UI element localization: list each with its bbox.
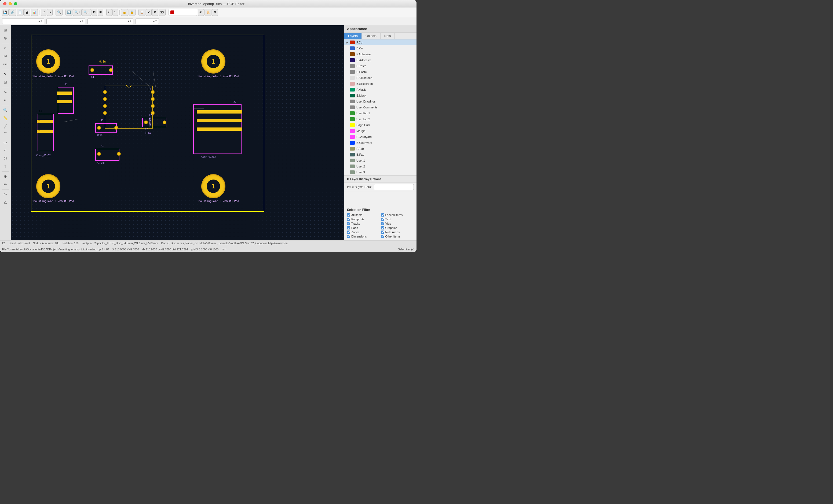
layer-item-udrawings[interactable]: ▶ User.Drawings bbox=[344, 98, 416, 104]
layer-item-bcu[interactable]: ▶ B.Cu bbox=[344, 45, 416, 51]
layer-item-user3[interactable]: ▶ User.3 bbox=[344, 169, 416, 175]
layer-item-bmask[interactable]: ▶ B.Mask bbox=[344, 93, 416, 98]
layer-item-fpaste[interactable]: ▶ F.Paste bbox=[344, 63, 416, 69]
layer-selector[interactable]: F.Cu (PgUp) ▼ bbox=[169, 9, 197, 16]
filter-checkbox-text[interactable] bbox=[381, 218, 384, 221]
layer-item-fadhesive[interactable]: ▶ F.Adhesive bbox=[344, 51, 416, 57]
layer-name-ueco1: User.Eco1 bbox=[356, 112, 414, 115]
cursor-mode-btn[interactable]: ↖ bbox=[1, 70, 10, 78]
layer-item-ffab[interactable]: ▶ F.Fab bbox=[344, 146, 416, 152]
zoom-out-button[interactable]: 🔍− bbox=[82, 9, 91, 16]
layer-item-user1[interactable]: ▶ User.1 bbox=[344, 158, 416, 164]
layer-name-ueco2: User.Eco2 bbox=[356, 118, 414, 121]
filter-checkbox-pads[interactable] bbox=[347, 226, 350, 230]
zoom-select[interactable]: Zoom Auto ▲▼ bbox=[136, 18, 159, 24]
settings-button[interactable]: ⚙ bbox=[212, 9, 218, 16]
print-button[interactable]: 🖨 bbox=[24, 9, 30, 16]
layer-item-fcrtyd[interactable]: ▶ F.Courtyard bbox=[344, 134, 416, 140]
presets-select[interactable]: All Layers ▼ bbox=[374, 184, 414, 190]
layer-item-fmask[interactable]: ▶ F.Mask bbox=[344, 87, 416, 93]
layer-item-ueco2[interactable]: ▶ User.Eco2 bbox=[344, 116, 416, 122]
layer-item-ucomments[interactable]: ▶ User.Comments bbox=[344, 104, 416, 110]
track-width-select[interactable]: Track: use netclass width ▲▼ bbox=[2, 18, 44, 24]
in-unit-btn[interactable]: in bbox=[1, 44, 10, 52]
filter-checkbox-otheritems[interactable] bbox=[381, 235, 384, 238]
undo2-button[interactable]: ↩ bbox=[106, 9, 112, 16]
j2-pin1 bbox=[197, 110, 242, 114]
close-button[interactable] bbox=[3, 2, 6, 5]
layer-item-bsilk[interactable]: ▶ B.Silkscreen bbox=[344, 81, 416, 87]
tab-objects[interactable]: Objects bbox=[362, 33, 381, 39]
tab-layers[interactable]: Layers bbox=[344, 33, 362, 39]
filter-checkbox-footprints[interactable] bbox=[347, 218, 350, 221]
polar-btn[interactable]: ⊕ bbox=[1, 34, 10, 42]
undo-button[interactable]: ↩ bbox=[41, 9, 46, 16]
mil-unit-btn[interactable]: mil bbox=[1, 52, 10, 60]
mm-unit-btn[interactable]: mm bbox=[1, 61, 10, 68]
redo-button[interactable]: ↪ bbox=[47, 9, 53, 16]
draw-circle-btn[interactable]: ○ bbox=[1, 146, 10, 154]
redo2-button[interactable]: ↪ bbox=[113, 9, 118, 16]
filter-checkbox-zones[interactable] bbox=[347, 231, 350, 234]
layer-name-bfab: B.Fab bbox=[356, 153, 414, 156]
zoom-area-button[interactable]: ⊞ bbox=[98, 9, 103, 16]
draw-line-btn[interactable]: ╱ bbox=[1, 122, 10, 130]
lock-button[interactable]: 🔒 bbox=[121, 9, 128, 16]
plot-button[interactable]: 📊 bbox=[31, 9, 38, 16]
drc-button[interactable]: ✓ bbox=[146, 9, 152, 16]
refresh-button[interactable]: 🔄 bbox=[66, 9, 72, 16]
page-settings-button[interactable]: 📄 bbox=[17, 9, 24, 16]
search-button[interactable]: 🔍 bbox=[55, 9, 63, 16]
diff-route-btn[interactable]: ≈ bbox=[1, 96, 10, 104]
filter-checkbox-locked[interactable] bbox=[381, 213, 384, 217]
inspect-button[interactable]: 👁 bbox=[198, 9, 204, 16]
draw-poly-btn[interactable]: ⬡ bbox=[1, 154, 10, 162]
maximize-button[interactable] bbox=[14, 2, 17, 5]
route-btn[interactable]: ∿ bbox=[1, 88, 10, 96]
filter-checkbox-vias[interactable] bbox=[381, 222, 384, 225]
unlock-button[interactable]: 🔓 bbox=[128, 9, 136, 16]
script-button[interactable]: 📜 bbox=[205, 9, 212, 16]
filter-checkbox-tracks[interactable] bbox=[347, 222, 350, 225]
layer-item-bfab[interactable]: ▶ B.Fab bbox=[344, 152, 416, 158]
add-text-btn[interactable]: T bbox=[1, 163, 10, 170]
layer-item-user2[interactable]: ▶ User.2 bbox=[344, 164, 416, 169]
u1-pin1-indicator bbox=[126, 85, 132, 88]
zoom-fit-button[interactable]: ⊡ bbox=[92, 9, 97, 16]
layer-item-fcu[interactable]: ▶ F.Cu bbox=[344, 40, 416, 45]
zoom-in-button[interactable]: 🔍+ bbox=[73, 9, 81, 16]
layer-item-fsilk[interactable]: ▶ F.Silkscreen bbox=[344, 75, 416, 81]
edit-fp-btn[interactable]: ✏ bbox=[1, 181, 10, 188]
netlist2-button[interactable]: 📋 bbox=[139, 9, 145, 16]
3d-button[interactable]: 3D bbox=[159, 9, 166, 16]
footprint-button[interactable]: ⚙ bbox=[152, 9, 158, 16]
via-size-select[interactable]: Via: use netclass sizes ▲▼ bbox=[46, 18, 85, 24]
draw-arc-btn[interactable]: ⌒ bbox=[1, 130, 10, 138]
filter-checkbox-dimensions[interactable] bbox=[347, 235, 350, 238]
save-button[interactable]: 💾 bbox=[2, 9, 8, 16]
layer-item-bpaste[interactable]: ▶ B.Paste bbox=[344, 69, 416, 75]
add-footprint-btn[interactable]: ⊕ bbox=[1, 172, 10, 180]
drc2-btn[interactable]: ⚠ bbox=[1, 199, 10, 206]
layer-item-edgecuts[interactable]: ▶ Edge.Cuts bbox=[344, 122, 416, 128]
layer-display-options-header[interactable]: ▶ Layer Display Options bbox=[344, 175, 416, 183]
inspect2-btn[interactable]: 🔍 bbox=[1, 106, 10, 114]
layer-item-bcrtyd[interactable]: ▶ B.Courtyard bbox=[344, 140, 416, 146]
tab-nets[interactable]: Nets bbox=[381, 33, 395, 39]
minimize-button[interactable] bbox=[8, 2, 12, 5]
filter-checkbox-graphics[interactable] bbox=[381, 226, 384, 230]
pcb-canvas[interactable]: 1 MountingHole_3.2mm_M3_Pad 1 MountingHo… bbox=[11, 25, 344, 240]
filter-checkbox-allitems[interactable] bbox=[347, 213, 350, 217]
measure-btn[interactable]: 📏 bbox=[1, 114, 10, 122]
filter-checkbox-ruleareas[interactable] bbox=[381, 231, 384, 234]
grid-select[interactable]: Grid: 0.1000 mm (0.0039 in) ▲▼ bbox=[88, 18, 134, 24]
layer-item-margin[interactable]: ▶ Margin bbox=[344, 128, 416, 134]
draw-rect-btn[interactable]: ▭ bbox=[1, 139, 10, 146]
copper-fill-btn[interactable]: Cu bbox=[1, 191, 10, 198]
netlist-button[interactable]: 🔗 bbox=[9, 9, 16, 16]
grid-btn[interactable]: ⊞ bbox=[1, 26, 10, 34]
select-btn[interactable]: ⊡ bbox=[1, 78, 10, 86]
layer-item-ueco1[interactable]: ▶ User.Eco1 bbox=[344, 110, 416, 116]
layer-item-badhesive[interactable]: ▶ B.Adhesive bbox=[344, 57, 416, 63]
mh-bl: 1 MountingHole_3.2mm_M3_Pad bbox=[36, 174, 61, 198]
